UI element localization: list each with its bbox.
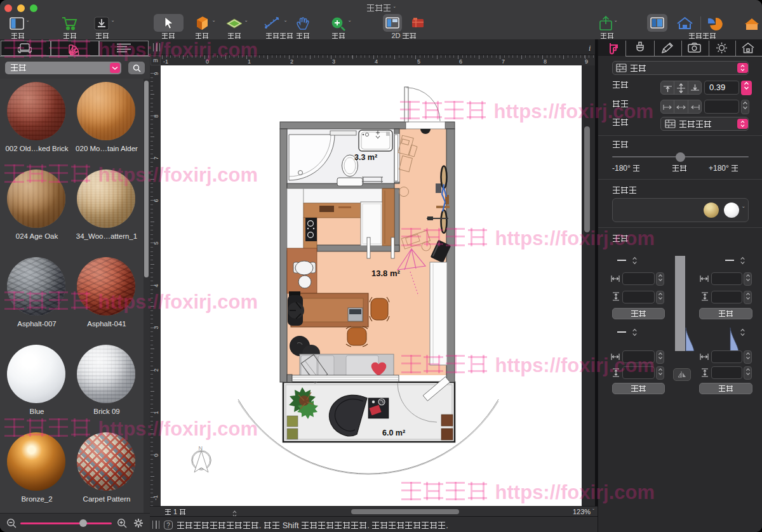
svg-text:13.8 m²: 13.8 m² [371,269,400,278]
svg-text:N: N [199,445,203,451]
svg-text:6.0 m²: 6.0 m² [382,429,405,437]
svg-text:3.3 m²: 3.3 m² [354,153,377,162]
